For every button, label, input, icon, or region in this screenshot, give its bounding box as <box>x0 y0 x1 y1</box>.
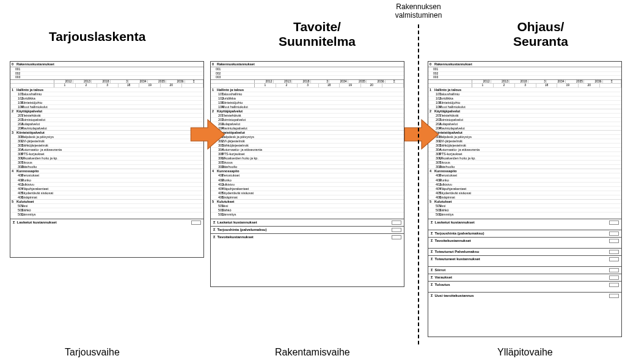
list-item: 101Taloushallinto <box>211 92 404 96</box>
section-row: 3Kiinteistöpalvelut <box>428 130 621 134</box>
list-item: 503Lämmitys <box>211 212 404 216</box>
col-header: 2034 <box>129 80 148 84</box>
phase-2: Rakentamisvaihe <box>275 347 350 358</box>
list-item: 304Automaatio- ja etäseuranta <box>211 147 404 151</box>
summary-row: ΣUusi tavoitekustannus <box>428 292 621 299</box>
col-subheader: 2 <box>276 84 298 87</box>
list-item: 307Siivous <box>211 160 404 164</box>
sheet-header: 0Rakennuskustannukset <box>211 62 404 67</box>
list-item: 503Lämmitys <box>428 212 621 216</box>
list-item: 404Yläpohjarakenteet <box>428 186 621 191</box>
title-col1: Tarjouslaskenta <box>49 29 145 44</box>
col-subheader: 20 <box>161 84 182 87</box>
list-item: 403Julkisivu <box>211 182 404 186</box>
arrow-2 <box>403 116 440 153</box>
title-col3-l1: Ohjaus/ <box>517 20 564 34</box>
phase-1: Tarjousvaihe <box>65 347 120 358</box>
col-subheader: 1 <box>54 84 76 87</box>
spreadsheet-1: 0Rakennuskustannukset0010020032012201320… <box>10 61 204 258</box>
list-item: 403Julkisivu <box>428 182 621 186</box>
section-row: 3Kiinteistöpalvelut <box>211 130 404 134</box>
list-item: 401Perustukset <box>428 173 621 177</box>
col-subheader: 1 <box>472 84 494 87</box>
list-item: 306Ulkoalueiden hoito ja kp. <box>428 156 621 160</box>
col-subheader: 3 <box>298 84 319 87</box>
list-item: 307Siivous <box>428 160 621 164</box>
title-col2: Tavoite/ Suunnitelma <box>279 20 356 49</box>
list-item: 201Yleistehtävät <box>10 113 203 117</box>
list-item: 502Sähkö <box>428 208 621 212</box>
list-item: 302LVI-järjestelmät <box>10 139 203 143</box>
list-item: 308Jätehuolto <box>428 164 621 169</box>
col-subheader: 3 <box>97 84 119 87</box>
summary-row: ΣTuloutus <box>428 281 621 288</box>
list-item: 203Aulapalvelut <box>10 122 203 126</box>
list-item: 306Ulkoalueiden hoito ja kp. <box>211 156 404 160</box>
list-item: 501Vesi <box>428 203 621 208</box>
list-item: 405Täydentävät sisäosat <box>428 191 621 195</box>
list-item: 501Vesi <box>10 203 203 208</box>
list-item: 301Helpdesk ja päivystys <box>428 134 621 139</box>
section-row: 5Kulutukset <box>428 199 621 203</box>
milestone-divider <box>418 24 419 344</box>
col-subheader: 19 <box>139 84 161 87</box>
section-row: 1Hallinto ja talous <box>10 87 203 92</box>
list-item: 301Helpdesk ja päivystys <box>10 134 203 139</box>
list-item: 305PTS-korjaukset <box>428 151 621 156</box>
col-subheader: 19 <box>340 84 361 87</box>
col-header: 3 <box>111 80 130 84</box>
list-item: 102Juridiikka <box>211 96 404 100</box>
list-item: 103Kiinteistöjohto <box>428 100 621 104</box>
col-header: 3 <box>311 80 330 84</box>
list-item: 101Taloushallinto <box>428 92 621 96</box>
list-item: 103Kiinteistöjohto <box>211 100 404 104</box>
list-item: 305PTS-korjaukset <box>10 151 203 156</box>
section-row: 5Kulutukset <box>10 199 203 203</box>
list-item: 302LVI-järjestelmät <box>428 139 621 143</box>
list-item: 204Ravintolapalvelut <box>10 126 203 130</box>
sigma-col: Σ <box>185 80 204 84</box>
list-item: 102Juridiikka <box>10 96 203 100</box>
summary-row: ΣLasketut kustannukset <box>211 219 404 226</box>
phase-3: Ylläpitovaihe <box>497 347 553 358</box>
list-item: 307Siivous <box>10 160 203 164</box>
col-header: 2013 <box>73 80 92 84</box>
milestone-label: Rakennuksen valmistuminen <box>379 2 458 20</box>
section-row: 4Kunnossapito <box>211 169 404 173</box>
list-item: 308Jätehuolto <box>211 164 404 169</box>
col-subheader: 1 <box>255 84 276 87</box>
sheet-header: 0Rakennuskustannukset <box>10 62 203 67</box>
col-subheader: 18 <box>536 84 558 87</box>
summary-row: ΣLasketut kustannukset <box>10 219 203 226</box>
section-row: 2Käyttäjäpalvelut <box>10 109 203 113</box>
section-row: 4Kunnossapito <box>428 169 621 173</box>
col-subheader: 2 <box>76 84 97 87</box>
list-item: 204Ravintolapalvelut <box>211 126 404 130</box>
list-item: 406Sisäpinnat <box>428 195 621 199</box>
list-item: 501Vesi <box>211 203 404 208</box>
list-item: 402Runko <box>211 178 404 182</box>
title-col2-l1: Tavoite/ <box>293 20 341 34</box>
list-item: 502Sähkö <box>211 208 404 212</box>
col-header: 2034 <box>329 80 348 84</box>
list-item: 502Sähkö <box>10 208 203 212</box>
summary-row: ΣVaraukset <box>428 274 621 281</box>
list-item: 201Yleistehtävät <box>211 113 404 117</box>
section-row: 1Hallinto ja talous <box>211 87 404 92</box>
list-item: 202Toimistopalvelut <box>10 117 203 122</box>
summary-row: ΣTarjoushinta (palvelumaksu) <box>211 226 404 233</box>
summary-row: ΣLasketut kustannukset <box>428 219 621 226</box>
list-item: 406Sisäpinnat <box>10 195 203 199</box>
sigma-col: Σ <box>603 80 622 84</box>
list-item: 103Kiinteistöjohto <box>10 100 203 104</box>
list-item: 403Julkisivu <box>10 182 203 186</box>
col-header: 2034 <box>547 80 566 84</box>
list-item: 102Juridiikka <box>428 96 621 100</box>
list-item: 101Taloushallinto <box>10 92 203 96</box>
title-col3-l2: Seuranta <box>513 34 568 48</box>
list-item: 104Muut hallintokulut <box>211 104 404 109</box>
title-col2-l2: Suunnitelma <box>279 34 356 48</box>
milestone-label-l1: Rakennuksen <box>396 2 440 11</box>
list-item: 401Perustukset <box>10 173 203 177</box>
list-item: 405Täydentävät sisäosat <box>211 191 404 195</box>
